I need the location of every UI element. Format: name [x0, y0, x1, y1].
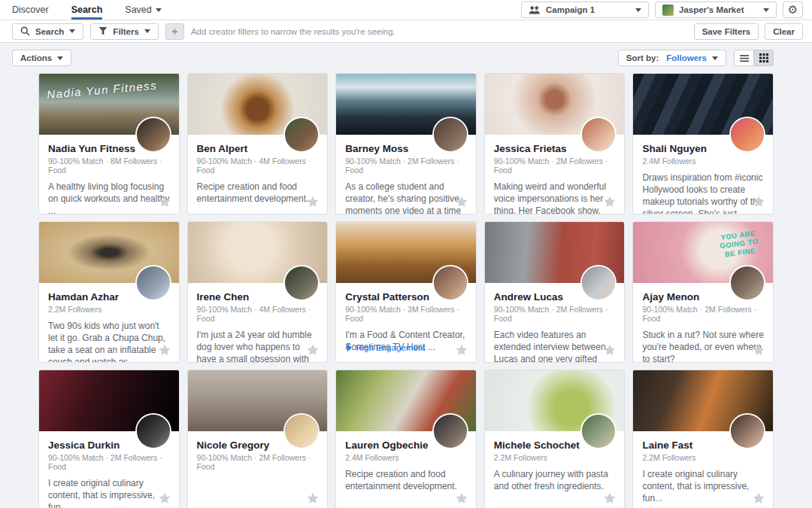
page-selector-label: Jasper's Market: [679, 5, 758, 14]
sort-by-value: Followers: [666, 53, 707, 62]
grid-view-button[interactable]: [753, 50, 774, 66]
high-engagement-label: High Engagement: [356, 343, 425, 352]
creator-card[interactable]: Ben Alpert 90-100% Match · 4M Followers …: [187, 73, 329, 214]
star-icon: [456, 196, 468, 208]
creator-meta: 90-100% Match · 2M Followers · Food: [494, 157, 616, 175]
search-icon: [20, 26, 30, 36]
top-nav: Discover Search Saved Campaign 1: [0, 0, 812, 20]
tab-discover[interactable]: Discover: [12, 0, 49, 20]
chevron-down-icon: [763, 8, 769, 12]
list-view-icon: [740, 54, 749, 62]
avatar: [137, 266, 170, 300]
avatar: [285, 118, 318, 151]
save-star-icon[interactable]: [456, 196, 468, 208]
save-star-icon[interactable]: [604, 196, 616, 208]
creator-description: Stuck in a rut? Not sure where you're he…: [642, 329, 764, 363]
avatar: [137, 415, 170, 448]
chevron-down-icon: [712, 56, 718, 60]
save-star-icon[interactable]: [753, 492, 765, 504]
creator-meta: 2.2M Followers: [494, 453, 616, 462]
save-star-icon[interactable]: [159, 196, 171, 208]
chevron-down-icon: [144, 29, 150, 33]
creator-meta: 90-100% Match · 4M Followers · Food: [197, 305, 319, 323]
creator-card[interactable]: Crystal Patterson 90-100% Match · 3M Fol…: [335, 221, 477, 363]
star-icon: [159, 344, 171, 356]
save-star-icon[interactable]: [307, 196, 319, 208]
creator-card[interactable]: Laine Fast 2.2M Followers I create origi…: [632, 370, 774, 508]
nav-tabs: Discover Search Saved: [12, 0, 162, 20]
creator-card[interactable]: Michele Schochet 2.2M Followers A culina…: [484, 370, 626, 508]
grid-view-icon: [759, 53, 768, 62]
list-view-button[interactable]: [734, 50, 754, 66]
star-icon: [159, 196, 171, 208]
creator-card[interactable]: Nicole Gregory 90-100% Match · 2M Follow…: [187, 370, 329, 508]
tab-saved[interactable]: Saved: [125, 0, 161, 20]
creator-card[interactable]: Irene Chen 90-100% Match · 4M Followers …: [187, 221, 329, 363]
creator-card[interactable]: Shali Nguyen 2.4M Followers Draws inspir…: [632, 73, 774, 214]
save-filters-button[interactable]: Save Filters: [694, 23, 759, 40]
page: Discover Search Saved Campaign 1: [0, 0, 812, 508]
creator-meta: 90-100% Match · 2M Followers · Food: [494, 305, 616, 323]
star-icon: [456, 344, 468, 356]
avatar: [137, 118, 170, 151]
avatar: [434, 118, 467, 151]
page-selector[interactable]: Jasper's Market: [655, 2, 777, 18]
creator-card[interactable]: Andrew Lucas 90-100% Match · 2M Follower…: [484, 221, 626, 363]
actions-label: Actions: [20, 53, 52, 62]
chevron-down-icon: [156, 8, 162, 12]
save-star-icon[interactable]: [753, 344, 765, 356]
save-star-icon[interactable]: [307, 344, 319, 356]
page-avatar: [662, 5, 674, 16]
campaign-selector[interactable]: Campaign 1: [521, 2, 649, 18]
save-star-icon[interactable]: [456, 492, 468, 504]
sort-by-dropdown[interactable]: Sort by: Followers: [618, 50, 726, 66]
creator-meta: 90-100% Match · 2M Followers · Food: [197, 453, 319, 471]
creator-card[interactable]: Lauren Ogbechie 2.4M Followers Recipe cr…: [335, 370, 477, 508]
save-star-icon[interactable]: [159, 492, 171, 504]
save-star-icon[interactable]: [753, 196, 765, 208]
creator-meta: 90-100% Match · 4M Followers · Food: [197, 157, 319, 175]
creator-description: Recipe creation and food entertainment d…: [345, 468, 467, 492]
save-star-icon[interactable]: [307, 492, 319, 504]
actions-dropdown-button[interactable]: Actions: [12, 50, 71, 66]
creator-meta: 2.2M Followers: [642, 453, 764, 462]
add-filter-button[interactable]: +: [165, 23, 184, 40]
avatar: [285, 266, 318, 300]
creator-description: A culinary journey with pasta and other …: [494, 468, 616, 492]
creator-card[interactable]: Jessica Durkin 90-100% Match · 2M Follow…: [38, 370, 180, 508]
high-engagement-badge: High Engagement: [345, 342, 425, 352]
star-icon: [307, 344, 319, 356]
creator-meta: 90-100% Match · 8M Followers · Food: [48, 157, 170, 175]
creator-card[interactable]: YOU ARE GOING TO BE FINE Ajay Menon 90-1…: [632, 221, 774, 363]
tab-search[interactable]: Search: [71, 0, 103, 20]
chevron-down-icon: [69, 29, 75, 33]
filter-placeholder[interactable]: Add creator filters to narrow the result…: [191, 27, 687, 36]
save-star-icon[interactable]: [159, 344, 171, 356]
creator-card[interactable]: Nadia Yun Fitness Nadia Yun Fitness 90-1…: [38, 73, 180, 214]
creator-meta: 2.4M Followers: [345, 453, 467, 462]
creator-meta: 90-100% Match · 3M Followers · Food: [345, 305, 467, 323]
gear-icon: ⚙: [788, 5, 798, 16]
filter-bar: Search Filters + Add creator filters to …: [0, 20, 812, 43]
lightning-bolt-icon: [345, 342, 352, 352]
creator-description: Each video features an extended intervie…: [494, 329, 616, 363]
creator-card[interactable]: Jessica Frietas 90-100% Match · 2M Follo…: [484, 73, 626, 214]
settings-button[interactable]: ⚙: [783, 2, 803, 18]
save-star-icon[interactable]: [456, 344, 468, 356]
save-star-icon[interactable]: [604, 492, 616, 504]
creator-card[interactable]: Hamdan Azhar 2.2M Followers Two 90s kids…: [38, 221, 180, 363]
creator-card[interactable]: Barney Moss 90-100% Match · 2M Followers…: [335, 73, 477, 214]
cover-overlay-text: Nadia Yun Fitness: [47, 78, 173, 102]
filters-dropdown-button[interactable]: Filters: [90, 23, 159, 40]
creator-description: I create original culinary content, that…: [642, 468, 764, 504]
creator-meta: 90-100% Match · 2M Followers · Food: [642, 305, 764, 323]
creator-meta: 2.2M Followers: [48, 305, 170, 314]
creator-description: A healthy living blog focusing on quick …: [48, 181, 170, 214]
save-star-icon[interactable]: [604, 344, 616, 356]
sort-by-label: Sort by:: [626, 53, 659, 62]
filter-bar-actions: Save Filters Clear: [694, 23, 803, 40]
search-dropdown-button[interactable]: Search: [12, 23, 83, 40]
view-toggle: [734, 50, 774, 66]
clear-filters-button[interactable]: Clear: [765, 23, 803, 40]
creator-description: Draws inspiration from #iconic Hollywood…: [642, 172, 764, 214]
